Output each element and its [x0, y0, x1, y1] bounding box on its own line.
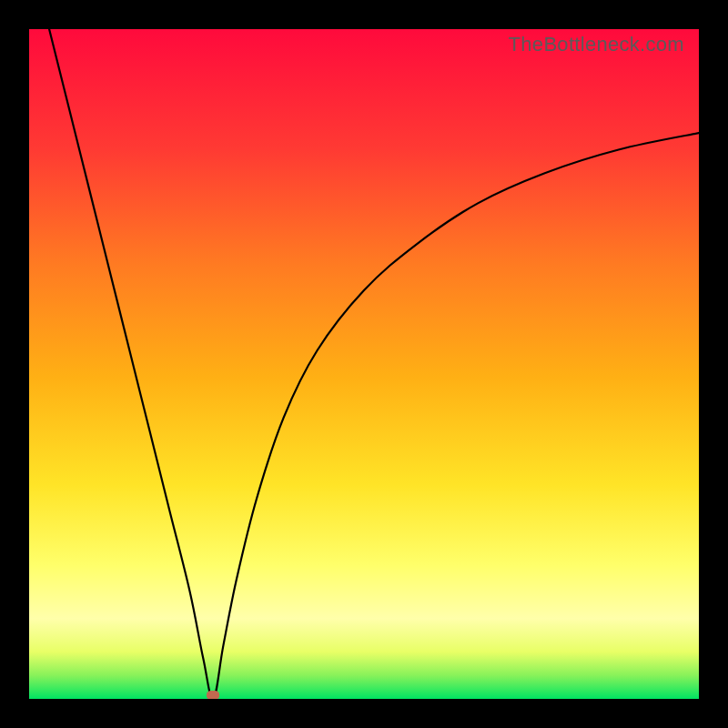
plot-area: TheBottleneck.com: [29, 29, 699, 699]
chart-frame: TheBottleneck.com: [0, 0, 728, 728]
svg-rect-0: [29, 29, 699, 699]
background-gradient: [29, 29, 699, 699]
watermark-text: TheBottleneck.com: [509, 33, 684, 56]
minimum-marker: [207, 691, 219, 699]
